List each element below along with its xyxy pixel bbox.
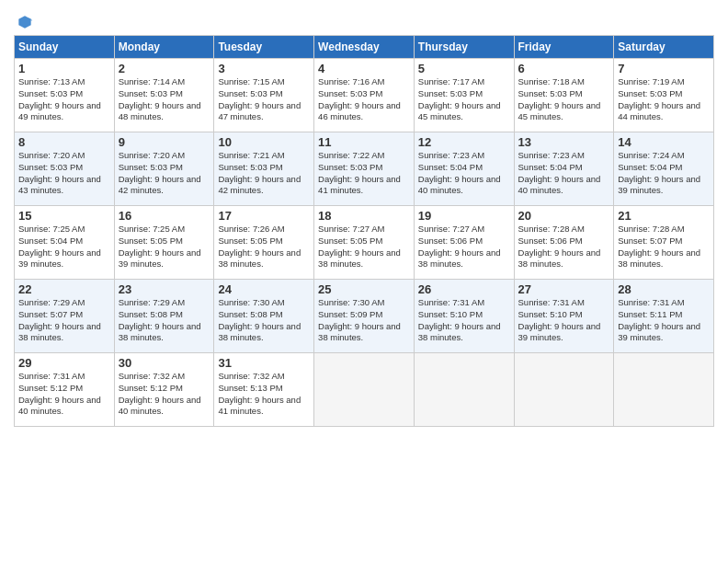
day-number: 5	[418, 62, 510, 75]
day-number: 19	[418, 209, 510, 223]
day-number: 17	[218, 209, 310, 223]
day-number: 9	[119, 135, 210, 149]
table-row	[314, 353, 415, 427]
day-info: Sunrise: 7:31 AMSunset: 5:10 PMDaylight:…	[518, 297, 610, 344]
day-info: Sunrise: 7:14 AMSunset: 5:03 PMDaylight:…	[119, 76, 210, 123]
page-container: Sunday Monday Tuesday Wednesday Thursday…	[0, 0, 728, 436]
day-number: 13	[518, 135, 610, 149]
calendar-table: Sunday Monday Tuesday Wednesday Thursday…	[14, 35, 714, 427]
day-number: 8	[18, 135, 110, 149]
day-number: 7	[618, 62, 710, 75]
calendar-week-row: 29Sunrise: 7:31 AMSunset: 5:12 PMDayligh…	[15, 353, 714, 427]
day-info: Sunrise: 7:27 AMSunset: 5:05 PMDaylight:…	[318, 224, 410, 270]
table-row: 18Sunrise: 7:27 AMSunset: 5:05 PMDayligh…	[314, 206, 415, 280]
table-row: 7Sunrise: 7:19 AMSunset: 5:03 PMDaylight…	[614, 59, 714, 132]
day-info: Sunrise: 7:20 AMSunset: 5:03 PMDaylight:…	[18, 150, 110, 197]
day-number: 15	[18, 209, 110, 223]
table-row: 5Sunrise: 7:17 AMSunset: 5:03 PMDaylight…	[414, 59, 514, 132]
table-row: 27Sunrise: 7:31 AMSunset: 5:10 PMDayligh…	[514, 280, 614, 353]
day-info: Sunrise: 7:28 AMSunset: 5:07 PMDaylight:…	[618, 224, 710, 270]
col-monday: Monday	[114, 36, 214, 59]
day-info: Sunrise: 7:32 AMSunset: 5:13 PMDaylight:…	[218, 371, 310, 418]
day-info: Sunrise: 7:30 AMSunset: 5:08 PMDaylight:…	[218, 297, 310, 344]
table-row: 6Sunrise: 7:18 AMSunset: 5:03 PMDaylight…	[514, 59, 614, 132]
table-row: 20Sunrise: 7:28 AMSunset: 5:06 PMDayligh…	[514, 206, 614, 280]
day-number: 26	[418, 282, 510, 296]
day-number: 18	[318, 209, 410, 223]
day-info: Sunrise: 7:21 AMSunset: 5:03 PMDaylight:…	[218, 150, 310, 197]
day-info: Sunrise: 7:15 AMSunset: 5:03 PMDaylight:…	[218, 76, 310, 123]
day-number: 11	[318, 135, 410, 149]
day-number: 20	[518, 209, 610, 223]
day-number: 25	[318, 282, 410, 296]
calendar-week-row: 15Sunrise: 7:25 AMSunset: 5:04 PMDayligh…	[15, 206, 714, 280]
table-row: 16Sunrise: 7:25 AMSunset: 5:05 PMDayligh…	[114, 206, 214, 280]
day-info: Sunrise: 7:26 AMSunset: 5:05 PMDaylight:…	[218, 224, 310, 270]
day-number: 14	[618, 135, 710, 149]
day-info: Sunrise: 7:28 AMSunset: 5:06 PMDaylight:…	[518, 224, 610, 270]
header	[14, 9, 714, 31]
day-info: Sunrise: 7:18 AMSunset: 5:03 PMDaylight:…	[518, 76, 610, 123]
table-row: 3Sunrise: 7:15 AMSunset: 5:03 PMDaylight…	[214, 59, 314, 132]
calendar-week-row: 1Sunrise: 7:13 AMSunset: 5:03 PMDaylight…	[15, 59, 714, 132]
table-row: 9Sunrise: 7:20 AMSunset: 5:03 PMDaylight…	[114, 132, 214, 206]
day-info: Sunrise: 7:23 AMSunset: 5:04 PMDaylight:…	[418, 150, 510, 197]
table-row: 10Sunrise: 7:21 AMSunset: 5:03 PMDayligh…	[214, 132, 314, 206]
day-number: 2	[119, 62, 210, 75]
day-info: Sunrise: 7:31 AMSunset: 5:11 PMDaylight:…	[618, 297, 710, 344]
table-row: 24Sunrise: 7:30 AMSunset: 5:08 PMDayligh…	[214, 280, 314, 353]
day-info: Sunrise: 7:23 AMSunset: 5:04 PMDaylight:…	[518, 150, 610, 197]
table-row: 4Sunrise: 7:16 AMSunset: 5:03 PMDaylight…	[314, 59, 415, 132]
day-number: 3	[218, 62, 310, 75]
table-row: 11Sunrise: 7:22 AMSunset: 5:03 PMDayligh…	[314, 132, 415, 206]
day-info: Sunrise: 7:31 AMSunset: 5:12 PMDaylight:…	[18, 371, 110, 418]
day-info: Sunrise: 7:17 AMSunset: 5:03 PMDaylight:…	[418, 76, 510, 123]
table-row: 19Sunrise: 7:27 AMSunset: 5:06 PMDayligh…	[414, 206, 514, 280]
logo-icon	[16, 13, 34, 31]
day-info: Sunrise: 7:22 AMSunset: 5:03 PMDaylight:…	[318, 150, 410, 197]
day-info: Sunrise: 7:25 AMSunset: 5:04 PMDaylight:…	[18, 224, 110, 270]
calendar-week-row: 22Sunrise: 7:29 AMSunset: 5:07 PMDayligh…	[15, 280, 714, 353]
calendar-week-row: 8Sunrise: 7:20 AMSunset: 5:03 PMDaylight…	[15, 132, 714, 206]
day-info: Sunrise: 7:27 AMSunset: 5:06 PMDaylight:…	[418, 224, 510, 270]
table-row: 25Sunrise: 7:30 AMSunset: 5:09 PMDayligh…	[314, 280, 415, 353]
table-row: 29Sunrise: 7:31 AMSunset: 5:12 PMDayligh…	[15, 353, 115, 427]
day-info: Sunrise: 7:13 AMSunset: 5:03 PMDaylight:…	[18, 76, 110, 123]
table-row: 31Sunrise: 7:32 AMSunset: 5:13 PMDayligh…	[214, 353, 314, 427]
table-row: 17Sunrise: 7:26 AMSunset: 5:05 PMDayligh…	[214, 206, 314, 280]
day-number: 6	[518, 62, 610, 75]
table-row: 12Sunrise: 7:23 AMSunset: 5:04 PMDayligh…	[414, 132, 514, 206]
col-wednesday: Wednesday	[314, 36, 415, 59]
day-info: Sunrise: 7:30 AMSunset: 5:09 PMDaylight:…	[318, 297, 410, 344]
header-row: Sunday Monday Tuesday Wednesday Thursday…	[15, 36, 714, 59]
day-number: 29	[18, 356, 110, 370]
day-info: Sunrise: 7:19 AMSunset: 5:03 PMDaylight:…	[618, 76, 710, 123]
table-row: 22Sunrise: 7:29 AMSunset: 5:07 PMDayligh…	[15, 280, 115, 353]
col-friday: Friday	[514, 36, 614, 59]
table-row: 15Sunrise: 7:25 AMSunset: 5:04 PMDayligh…	[15, 206, 115, 280]
table-row: 13Sunrise: 7:23 AMSunset: 5:04 PMDayligh…	[514, 132, 614, 206]
table-row: 30Sunrise: 7:32 AMSunset: 5:12 PMDayligh…	[114, 353, 214, 427]
day-info: Sunrise: 7:24 AMSunset: 5:04 PMDaylight:…	[618, 150, 710, 197]
day-info: Sunrise: 7:31 AMSunset: 5:10 PMDaylight:…	[418, 297, 510, 344]
day-info: Sunrise: 7:25 AMSunset: 5:05 PMDaylight:…	[119, 224, 210, 270]
day-info: Sunrise: 7:29 AMSunset: 5:07 PMDaylight:…	[18, 297, 110, 344]
day-info: Sunrise: 7:29 AMSunset: 5:08 PMDaylight:…	[119, 297, 210, 344]
day-number: 23	[119, 282, 210, 296]
day-number: 30	[119, 356, 210, 370]
day-info: Sunrise: 7:16 AMSunset: 5:03 PMDaylight:…	[318, 76, 410, 123]
day-number: 1	[18, 62, 110, 75]
table-row: 8Sunrise: 7:20 AMSunset: 5:03 PMDaylight…	[15, 132, 115, 206]
day-number: 16	[119, 209, 210, 223]
day-number: 28	[618, 282, 710, 296]
day-number: 31	[218, 356, 310, 370]
table-row: 23Sunrise: 7:29 AMSunset: 5:08 PMDayligh…	[114, 280, 214, 353]
day-info: Sunrise: 7:20 AMSunset: 5:03 PMDaylight:…	[119, 150, 210, 197]
table-row: 21Sunrise: 7:28 AMSunset: 5:07 PMDayligh…	[614, 206, 714, 280]
table-row: 2Sunrise: 7:14 AMSunset: 5:03 PMDaylight…	[114, 59, 214, 132]
col-tuesday: Tuesday	[214, 36, 314, 59]
col-thursday: Thursday	[414, 36, 514, 59]
day-number: 24	[218, 282, 310, 296]
col-saturday: Saturday	[614, 36, 714, 59]
day-number: 4	[318, 62, 410, 75]
